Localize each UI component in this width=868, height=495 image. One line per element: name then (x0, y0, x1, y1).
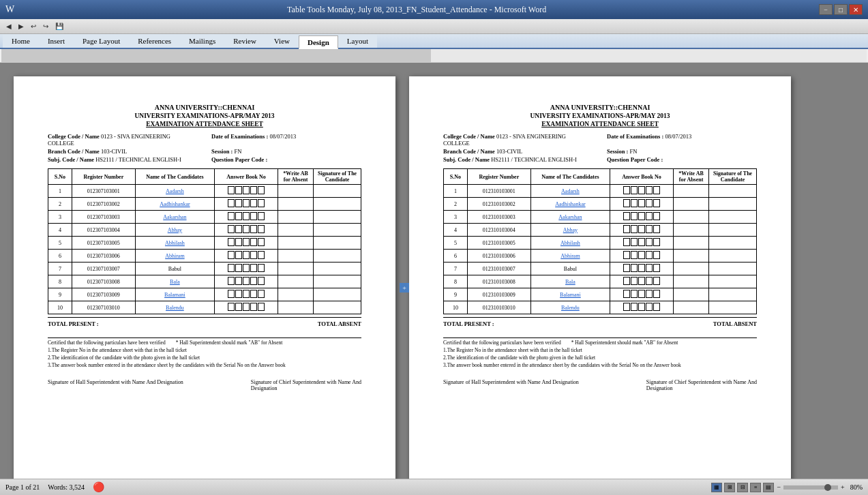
p2-cert-line3: 2.The identification of the candidate wi… (443, 355, 757, 361)
cert-line1: Certified that the following particulars… (48, 340, 361, 346)
sig-chief-line2: Designation (251, 385, 361, 391)
cell-sno: 3 (48, 211, 72, 224)
cell-write (673, 224, 708, 237)
p2-cert-line2: 1.The Register No in the attendance shee… (443, 347, 757, 353)
cell-name: Aakarshan (530, 211, 610, 224)
minimize-button[interactable]: − (819, 4, 833, 15)
cell-name: Babul (530, 262, 610, 275)
zoom-out-button[interactable]: − (777, 483, 781, 491)
cell-ans (610, 211, 674, 224)
page1-sig-row: Signature of Hall Superintendent with Na… (48, 379, 361, 391)
cell-write (673, 211, 708, 224)
cell-sno: 5 (48, 237, 72, 250)
cell-sno: 3 (444, 211, 468, 224)
table-row: 5 012307103005 Abhilash (48, 237, 361, 250)
p2-th-sig: Signature of The Candidate (709, 169, 757, 185)
page1-total-row: TOTAL PRESENT : TOTAL ABSENT (48, 317, 361, 327)
tab-design[interactable]: Design (299, 35, 338, 49)
cell-ans (610, 224, 674, 237)
zoom-in-button[interactable]: + (841, 483, 845, 491)
fullscreen-icon[interactable]: ⊞ (724, 483, 735, 492)
table-row: 6 012310103006 Abhiram (444, 250, 757, 262)
cell-sig (314, 237, 361, 250)
cell-reg: 012310103007 (467, 262, 530, 275)
web-layout-icon[interactable]: ⊟ (737, 483, 748, 492)
th-sig: Signature of The Candidate (314, 169, 361, 185)
title-bar-controls[interactable]: − □ ✕ (819, 4, 863, 15)
p2-qp-label: Question Paper Code : (607, 156, 663, 163)
undo-button[interactable]: ↩ (29, 22, 38, 31)
forward-button[interactable]: ▶ (16, 22, 26, 31)
p2-session-label: Session : (607, 148, 628, 155)
zoom-control: − + 80% (777, 483, 863, 491)
ruler-content (1, 49, 867, 62)
tab-references[interactable]: References (129, 34, 180, 48)
p2-subj-value: HS2111 / TECHNICAL ENGLISH-I (491, 156, 577, 163)
tab-page-layout[interactable]: Page Layout (74, 34, 129, 48)
page-2: + ANNA UNIVERSITY::CHENNAI UNIVERSITY EX… (409, 76, 791, 479)
outline-icon[interactable]: ≡ (750, 483, 761, 492)
cell-sno: 2 (48, 198, 72, 211)
print-layout-icon[interactable]: ▦ (711, 483, 722, 492)
cell-write (278, 224, 313, 237)
cell-ans (215, 224, 278, 237)
cell-sno: 4 (48, 224, 72, 237)
cell-reg: 012310103001 (467, 185, 530, 198)
table-row: 6 012307103006 Abhiram (48, 250, 361, 262)
cell-name: Balendu (135, 301, 214, 314)
table-row: 5 012310103005 Abhilash (444, 237, 757, 250)
add-page-button[interactable]: + (400, 283, 409, 292)
p2-th-sno: S.No (444, 169, 468, 185)
title-bar-title: Table Tools Monday, July 08, 2013_FN_Stu… (14, 5, 819, 15)
zoom-level: 80% (850, 483, 863, 491)
cell-ans (610, 237, 674, 250)
total-present: TOTAL PRESENT : (48, 320, 99, 327)
redo-button[interactable]: ↪ (41, 22, 50, 31)
cell-write (673, 262, 708, 275)
page2-title: ANNA UNIVERSITY::CHENNAI (443, 104, 757, 111)
cell-sig (709, 198, 757, 211)
tab-home[interactable]: Home (3, 34, 39, 48)
page2-session-info: Session : FN (607, 148, 757, 155)
cell-reg: 012307103009 (72, 288, 135, 301)
zoom-slider[interactable] (783, 485, 838, 490)
table-row: 3 012310103003 Aakarshan (444, 211, 757, 224)
cell-ans (215, 198, 278, 211)
p2-sig-chief-line2: Designation (646, 385, 757, 391)
page1-title: ANNA UNIVERSITY::CHENNAI (48, 104, 361, 111)
page2-sig-hall: Signature of Hall Superintendent with Na… (443, 379, 579, 391)
tab-insert[interactable]: Insert (39, 34, 74, 48)
cell-sno: 5 (444, 237, 468, 250)
back-button[interactable]: ◀ (4, 22, 14, 31)
tab-view[interactable]: View (265, 34, 299, 48)
save-button[interactable]: 💾 (53, 22, 65, 31)
cell-name: Balendu (530, 301, 610, 314)
sig-hall-line1: Signature of Hall Superintendent with Na… (48, 379, 183, 385)
draft-icon[interactable]: ▤ (763, 483, 774, 492)
branch-value: 103-CIVIL (101, 148, 127, 155)
svg-rect-1 (1, 49, 431, 63)
table-row: 2 012307103002 Aadhishankar (48, 198, 361, 211)
page2-info-row3: Subj. Code / Name HS2111 / TECHNICAL ENG… (443, 156, 757, 163)
cell-sno: 8 (48, 275, 72, 288)
cell-ans (215, 288, 278, 301)
cell-sno: 2 (444, 198, 468, 211)
cell-sno: 7 (48, 262, 72, 275)
maximize-button[interactable]: □ (834, 4, 848, 15)
pages-container[interactable]: ANNA UNIVERSITY::CHENNAI UNIVERSITY EXAM… (0, 63, 868, 479)
tab-layout[interactable]: Layout (338, 34, 377, 48)
cell-ans (610, 301, 674, 314)
page-info: Page 1 of 21 (5, 483, 40, 491)
tab-review[interactable]: Review (224, 34, 265, 48)
cell-reg: 012307103004 (72, 224, 135, 237)
p2-session-value: FN (630, 148, 638, 155)
cell-ans (215, 237, 278, 250)
close-button[interactable]: ✕ (849, 4, 863, 15)
tab-mailings[interactable]: Mailings (180, 34, 224, 48)
cell-name: Aadhishankar (530, 198, 610, 211)
cell-sno: 4 (444, 224, 468, 237)
page2-table: S.No Register Number Name of The Candida… (443, 168, 757, 314)
spell-check-icon[interactable]: 🔴 (93, 481, 104, 493)
word-icon: W (5, 4, 14, 15)
cell-sno: 6 (48, 250, 72, 262)
